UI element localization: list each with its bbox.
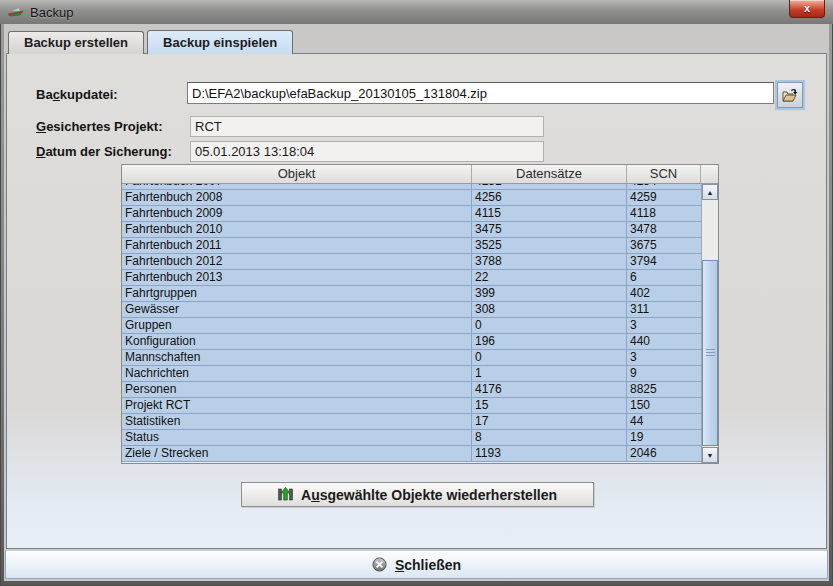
- table-cell-datensaetze: 4115: [472, 206, 627, 222]
- table-cell-objekt: Fahrtenbuch 2010: [122, 222, 472, 238]
- table-cell-objekt: Fahrtenbuch 2008: [122, 190, 472, 206]
- table-row[interactable]: Konfiguration196440: [122, 334, 701, 350]
- column-header-objekt[interactable]: Objekt: [122, 165, 472, 183]
- scroll-down-icon: ▼: [707, 452, 714, 459]
- table-cell-objekt: Gruppen: [122, 318, 472, 334]
- table-cell-objekt: Ziele / Strecken: [122, 446, 472, 462]
- app-icon: [7, 5, 24, 19]
- scroll-up-icon: ▲: [707, 189, 714, 196]
- table-cell-datensaetze: 399: [472, 286, 627, 302]
- table-cell-objekt: Personen: [122, 382, 472, 398]
- schliessen-button-label: Schließen: [395, 557, 461, 573]
- gesichertes-projekt-label: Gesichertes Projekt:: [36, 119, 162, 134]
- table-cell-objekt: Nachrichten: [122, 366, 472, 382]
- browse-button[interactable]: [777, 82, 803, 108]
- backup-window: Backup x Backup erstellen Backup einspie…: [0, 0, 833, 586]
- table-row[interactable]: Ziele / Strecken11932046: [122, 446, 701, 462]
- column-header-scn[interactable]: SCN: [627, 165, 701, 183]
- table-cell-scn: 9: [627, 366, 701, 382]
- table-cell-objekt: Konfiguration: [122, 334, 472, 350]
- table-cell-datensaetze: 1: [472, 366, 627, 382]
- table-row[interactable]: Mannschaften03: [122, 350, 701, 366]
- table-row[interactable]: Statistiken1744: [122, 414, 701, 430]
- table-cell-objekt: Fahrtenbuch 2011: [122, 238, 472, 254]
- table-cell-datensaetze: 22: [472, 270, 627, 286]
- table-cell-scn: 3794: [627, 254, 701, 270]
- restore-icon: [278, 487, 293, 502]
- gesichertes-projekt-field[interactable]: RCT: [190, 116, 544, 137]
- table-cell-scn: 4118: [627, 206, 701, 222]
- table-cell-scn: 3: [627, 350, 701, 366]
- scroll-down-button[interactable]: ▼: [702, 447, 718, 463]
- table-cell-scn: 3675: [627, 238, 701, 254]
- restore-button[interactable]: Ausgewählte Objekte wiederherstellen: [241, 482, 594, 507]
- datum-der-sicherung-field[interactable]: 05.01.2013 13:18:04: [190, 141, 544, 162]
- table-row[interactable]: Fahrtenbuch 201135253675: [122, 238, 701, 254]
- scrollbar-track[interactable]: [702, 200, 718, 447]
- backupdatei-input[interactable]: [187, 82, 774, 104]
- table-cell-scn: 150: [627, 398, 701, 414]
- open-folder-icon: [781, 87, 799, 103]
- table-cell-scn: 3478: [627, 222, 701, 238]
- table-row[interactable]: Nachrichten19: [122, 366, 701, 382]
- restore-button-label: Ausgewählte Objekte wiederherstellen: [301, 487, 557, 503]
- table-row[interactable]: Fahrtenbuch 2013226: [122, 270, 701, 286]
- table-row[interactable]: Gruppen03: [122, 318, 701, 334]
- table-row[interactable]: Status819: [122, 430, 701, 446]
- titlebar[interactable]: Backup x: [0, 0, 833, 24]
- tab-backup-einspielen[interactable]: Backup einspielen: [147, 30, 293, 54]
- objects-table: Objekt Datensätze SCN Fahrtenbuch 200742…: [121, 164, 719, 464]
- table-cell-objekt: Mannschaften: [122, 350, 472, 366]
- table-cell-datensaetze: 15: [472, 398, 627, 414]
- schliessen-icon: [372, 557, 387, 572]
- table-cell-objekt: Projekt RCT: [122, 398, 472, 414]
- table-cell-scn: 402: [627, 286, 701, 302]
- table-row[interactable]: Fahrtenbuch 201237883794: [122, 254, 701, 270]
- tab-bar: Backup erstellen Backup einspielen: [8, 30, 293, 54]
- table-row[interactable]: Fahrtenbuch 200842564259: [122, 190, 701, 206]
- table-cell-scn: 44: [627, 414, 701, 430]
- table-cell-datensaetze: 17: [472, 414, 627, 430]
- table-cell-datensaetze: 0: [472, 350, 627, 366]
- table-cell-objekt: Statistiken: [122, 414, 472, 430]
- table-cell-objekt: Fahrtenbuch 2009: [122, 206, 472, 222]
- table-cell-scn: 4259: [627, 190, 701, 206]
- table-cell-datensaetze: 3475: [472, 222, 627, 238]
- tab-panel: Backupdatei: Gesichertes Projekt: RCT Da…: [6, 53, 827, 549]
- table-row[interactable]: Personen41768825: [122, 382, 701, 398]
- table-cell-scn: 6: [627, 270, 701, 286]
- table-cell-datensaetze: 8: [472, 430, 627, 446]
- scrollbar-thumb[interactable]: [702, 260, 718, 446]
- table-row[interactable]: Fahrtenbuch 201034753478: [122, 222, 701, 238]
- table-cell-scn: 311: [627, 302, 701, 318]
- table-row[interactable]: Projekt RCT15150: [122, 398, 701, 414]
- scrollbar-grip-icon: [706, 349, 715, 357]
- header-corner: [701, 165, 718, 183]
- close-icon: x: [804, 3, 810, 14]
- table-cell-datensaetze: 3525: [472, 238, 627, 254]
- window-title: Backup: [30, 5, 73, 20]
- table-cell-datensaetze: 4176: [472, 382, 627, 398]
- column-header-datensaetze[interactable]: Datensätze: [472, 165, 627, 183]
- vertical-scrollbar[interactable]: ▲ ▼: [701, 184, 718, 463]
- tab-backup-erstellen[interactable]: Backup erstellen: [8, 31, 144, 54]
- table-cell-datensaetze: 3788: [472, 254, 627, 270]
- close-button[interactable]: x: [789, 0, 825, 18]
- table-body: Fahrtenbuch 200742514254Fahrtenbuch 2008…: [122, 184, 701, 463]
- table-cell-datensaetze: 308: [472, 302, 627, 318]
- table-row[interactable]: Gewässer308311: [122, 302, 701, 318]
- table-cell-scn: 440: [627, 334, 701, 350]
- table-cell-scn: 2046: [627, 446, 701, 462]
- table-header: Objekt Datensätze SCN: [122, 165, 718, 184]
- datum-der-sicherung-label: Datum der Sicherung:: [36, 144, 172, 159]
- client-area: Backup erstellen Backup einspielen Backu…: [4, 24, 829, 581]
- scroll-up-button[interactable]: ▲: [702, 184, 718, 200]
- table-cell-scn: 3: [627, 318, 701, 334]
- table-cell-objekt: Gewässer: [122, 302, 472, 318]
- schliessen-button[interactable]: Schließen: [5, 549, 828, 579]
- table-cell-datensaetze: 196: [472, 334, 627, 350]
- table-row[interactable]: Fahrtgruppen399402: [122, 286, 701, 302]
- table-cell-datensaetze: 1193: [472, 446, 627, 462]
- table-cell-datensaetze: 4256: [472, 190, 627, 206]
- table-row[interactable]: Fahrtenbuch 200941154118: [122, 206, 701, 222]
